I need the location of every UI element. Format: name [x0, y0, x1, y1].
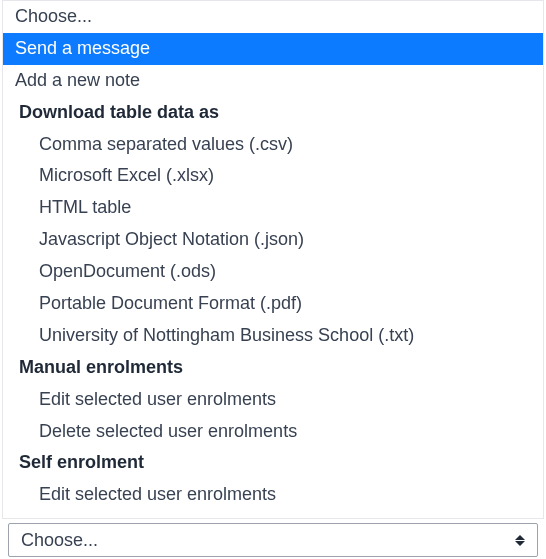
- spinner-icon: [515, 535, 525, 546]
- option-pdf[interactable]: Portable Document Format (.pdf): [3, 288, 543, 320]
- dropdown-list[interactable]: Choose... Send a message Add a new note …: [2, 0, 544, 519]
- option-manual-edit[interactable]: Edit selected user enrolments: [3, 384, 543, 416]
- option-placeholder[interactable]: Choose...: [3, 1, 543, 33]
- option-ods[interactable]: OpenDocument (.ods): [3, 256, 543, 288]
- group-self-enrolment: Self enrolment: [3, 447, 543, 479]
- option-csv[interactable]: Comma separated values (.csv): [3, 129, 543, 161]
- option-add-note[interactable]: Add a new note: [3, 65, 543, 97]
- option-manual-delete[interactable]: Delete selected user enrolments: [3, 416, 543, 448]
- select-choose[interactable]: Choose...: [8, 523, 538, 557]
- group-manual-enrolments: Manual enrolments: [3, 352, 543, 384]
- option-send-message[interactable]: Send a message: [3, 33, 543, 65]
- option-html-table[interactable]: HTML table: [3, 192, 543, 224]
- option-json[interactable]: Javascript Object Notation (.json): [3, 224, 543, 256]
- option-self-delete[interactable]: Delete selected user enrolments: [3, 511, 543, 519]
- select-value: Choose...: [21, 530, 98, 551]
- option-txt[interactable]: University of Nottingham Business School…: [3, 320, 543, 352]
- option-self-edit[interactable]: Edit selected user enrolments: [3, 479, 543, 511]
- option-xlsx[interactable]: Microsoft Excel (.xlsx): [3, 160, 543, 192]
- group-download-table-data: Download table data as: [3, 97, 543, 129]
